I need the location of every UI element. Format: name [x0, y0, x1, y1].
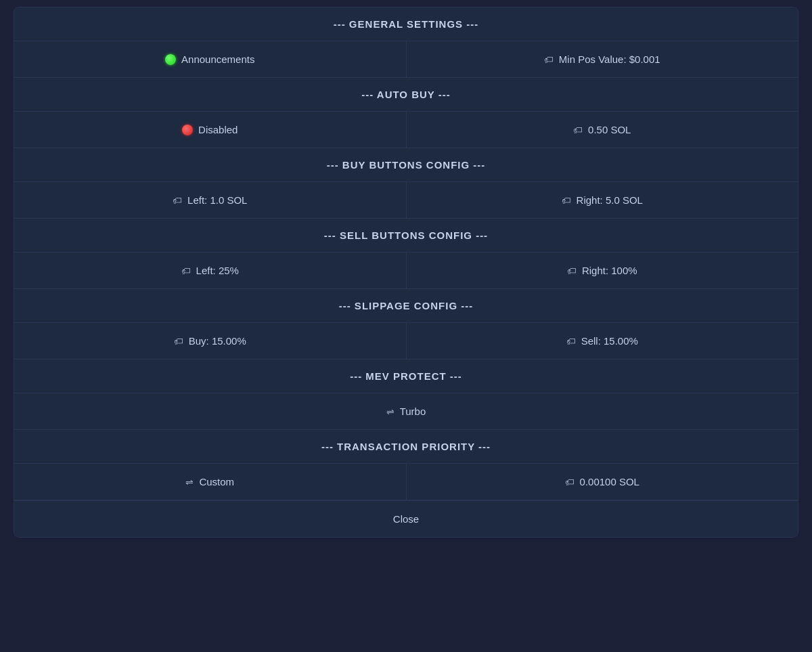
tag-icon: 🏷 — [567, 265, 577, 276]
announcements-label: Announcements — [181, 53, 254, 65]
menu-icon: ⇌ — [386, 406, 394, 417]
tag-icon: 🏷 — [174, 336, 183, 347]
sell-buttons-header: --- SELL BUTTONS CONFIG --- — [14, 219, 798, 253]
tag-icon: 🏷 — [173, 195, 182, 206]
mev-mode-cell[interactable]: ⇌ Turbo — [14, 393, 798, 429]
tag-icon: 🏷 — [565, 477, 574, 487]
slippage-buy-cell[interactable]: 🏷 Buy: 15.00% — [14, 323, 407, 359]
close-label: Close — [393, 513, 419, 525]
general-settings-title: --- GENERAL SETTINGS --- — [334, 18, 479, 30]
mev-protect-row: ⇌ Turbo — [14, 393, 798, 430]
tag-icon: 🏷 — [544, 54, 554, 65]
red-dot-icon — [182, 125, 193, 135]
min-pos-value-cell[interactable]: 🏷 Min Pos Value: $0.001 — [407, 41, 798, 77]
sell-buttons-title: --- SELL BUTTONS CONFIG --- — [324, 230, 488, 241]
auto-buy-status-cell[interactable]: Disabled — [14, 112, 407, 148]
buy-buttons-title: --- BUY BUTTONS CONFIG --- — [327, 159, 486, 171]
sell-right-label: Right: 100% — [582, 265, 637, 276]
tag-icon: 🏷 — [573, 125, 583, 135]
mev-mode-label: Turbo — [400, 406, 426, 417]
sell-buttons-row: 🏷 Left: 25% 🏷 Right: 100% — [14, 253, 798, 289]
tag-icon: 🏷 — [566, 336, 576, 347]
transaction-priority-header: --- TRANSACTION PRIORITY --- — [14, 430, 798, 464]
auto-buy-amount-label: 0.50 SOL — [588, 124, 631, 135]
auto-buy-title: --- AUTO BUY --- — [361, 89, 451, 100]
buy-left-cell[interactable]: 🏷 Left: 1.0 SOL — [14, 182, 407, 218]
slippage-sell-label: Sell: 15.00% — [581, 335, 638, 347]
close-button[interactable]: Close — [14, 500, 798, 537]
sell-left-label: Left: 25% — [196, 265, 239, 276]
sell-right-cell[interactable]: 🏷 Right: 100% — [407, 253, 798, 288]
tag-icon: 🏷 — [562, 195, 571, 206]
priority-value-cell[interactable]: 🏷 0.00100 SOL — [407, 464, 798, 500]
green-dot-icon — [165, 54, 176, 65]
buy-left-label: Left: 1.0 SOL — [187, 194, 247, 206]
announcements-cell[interactable]: Announcements — [14, 41, 407, 77]
menu-icon: ⇌ — [185, 477, 194, 487]
slippage-buy-label: Buy: 15.00% — [189, 335, 246, 347]
priority-value-label: 0.00100 SOL — [580, 476, 639, 487]
auto-buy-status-label: Disabled — [198, 124, 238, 135]
slippage-sell-cell[interactable]: 🏷 Sell: 15.00% — [407, 323, 798, 359]
slippage-header: --- SLIPPAGE CONFIG --- — [14, 289, 798, 323]
general-settings-header: --- GENERAL SETTINGS --- — [14, 7, 798, 41]
priority-mode-label: Custom — [199, 476, 234, 487]
buy-buttons-header: --- BUY BUTTONS CONFIG --- — [14, 148, 798, 182]
sell-left-cell[interactable]: 🏷 Left: 25% — [14, 253, 407, 288]
general-settings-row: Announcements 🏷 Min Pos Value: $0.001 — [14, 41, 798, 78]
priority-mode-cell[interactable]: ⇌ Custom — [14, 464, 407, 500]
transaction-priority-row: ⇌ Custom 🏷 0.00100 SOL — [14, 464, 798, 500]
buy-right-cell[interactable]: 🏷 Right: 5.0 SOL — [407, 182, 798, 218]
mev-protect-header: --- MEV PROTECT --- — [14, 360, 798, 393]
slippage-title: --- SLIPPAGE CONFIG --- — [339, 300, 474, 311]
tag-icon: 🏷 — [181, 265, 191, 276]
mev-protect-title: --- MEV PROTECT --- — [350, 370, 462, 382]
settings-panel: --- GENERAL SETTINGS --- Announcements 🏷… — [14, 7, 798, 538]
buy-buttons-row: 🏷 Left: 1.0 SOL 🏷 Right: 5.0 SOL — [14, 182, 798, 219]
buy-right-label: Right: 5.0 SOL — [577, 194, 643, 206]
transaction-priority-title: --- TRANSACTION PRIORITY --- — [321, 441, 491, 452]
auto-buy-row: Disabled 🏷 0.50 SOL — [14, 112, 798, 148]
min-pos-value-label: Min Pos Value: $0.001 — [559, 53, 660, 65]
auto-buy-amount-cell[interactable]: 🏷 0.50 SOL — [407, 112, 798, 148]
slippage-row: 🏷 Buy: 15.00% 🏷 Sell: 15.00% — [14, 323, 798, 360]
auto-buy-header: --- AUTO BUY --- — [14, 78, 798, 112]
